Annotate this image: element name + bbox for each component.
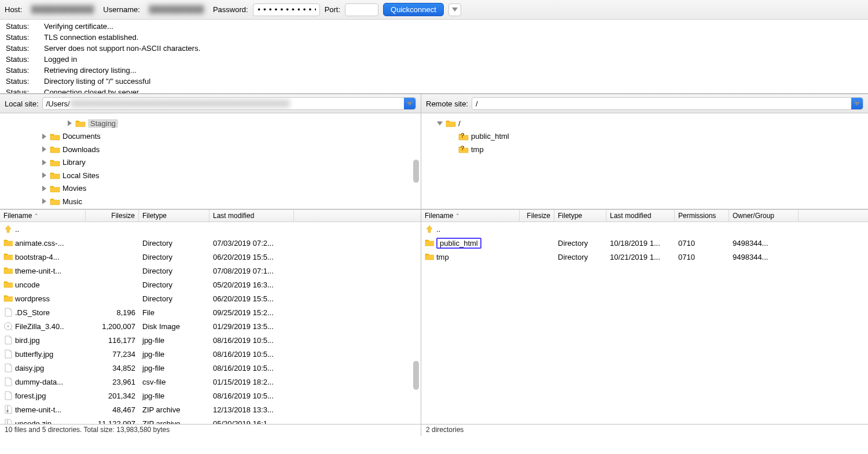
disclosure-triangle-icon[interactable] <box>66 120 73 126</box>
file-row[interactable]: wordpressDirectory06/20/2019 15:5... <box>0 291 421 305</box>
file-row[interactable]: butterfly.jpg77,234jpg-file08/16/2019 10… <box>0 347 421 361</box>
tree-item[interactable]: tmp <box>424 143 866 156</box>
file-row[interactable]: forest.jpg201,342jpg-file08/16/2019 10:5… <box>0 389 421 403</box>
remote-tree-pane: Remote site: / /public_htmltmp <box>421 94 868 209</box>
cell-filesize: 34,852 <box>86 364 139 372</box>
tree-item[interactable]: Music <box>2 195 418 208</box>
tree-item[interactable]: Downloads <box>2 143 418 156</box>
file-row[interactable]: public_htmlDirectory10/18/2019 1...07109… <box>421 236 868 250</box>
tree-item[interactable]: public_html <box>424 130 866 143</box>
combo-arrow-icon[interactable] <box>851 98 863 109</box>
col-permissions[interactable]: Permissions <box>675 210 729 222</box>
username-input[interactable] <box>145 3 208 16</box>
col-filename[interactable]: Filename⌃ <box>0 210 86 222</box>
col-filesize[interactable]: Filesize <box>86 210 139 222</box>
file-row[interactable]: .. <box>421 222 868 236</box>
local-file-list[interactable]: ..animate.css-...Directory07/03/2019 07:… <box>0 222 421 424</box>
local-directory-tree[interactable]: StagingDocumentsDownloadsLibraryLocal Si… <box>0 113 421 209</box>
cell-permissions: 0710 <box>675 253 729 261</box>
quickconnect-toolbar: Host: Username: Password: Port: Quickcon… <box>0 0 868 20</box>
status-bar: 10 files and 5 directories. Total size: … <box>0 425 868 436</box>
cell-filetype: ZIP archive <box>139 405 209 414</box>
cell-filename: animate.css-... <box>0 238 86 248</box>
remote-status: 2 directories <box>421 425 468 436</box>
remote-directory-tree[interactable]: /public_htmltmp <box>421 113 868 209</box>
tree-item[interactable]: Staging <box>2 117 418 130</box>
cell-filetype: Directory <box>139 253 209 261</box>
file-row[interactable]: dummy-data...23,961csv-file01/15/2019 18… <box>0 375 421 389</box>
file-row[interactable]: daisy.jpg34,852jpg-file08/16/2019 10:5..… <box>0 361 421 375</box>
disclosure-triangle-icon[interactable] <box>41 186 47 191</box>
quickconnect-dropdown-button[interactable] <box>448 3 461 16</box>
tree-item-label: Downloads <box>62 145 100 154</box>
remote-columns-header[interactable]: Filename⌃FilesizeFiletypeLast modifiedPe… <box>421 209 868 222</box>
tree-item-label: Movies <box>62 184 86 193</box>
col-filetype[interactable]: Filetype <box>139 210 209 222</box>
tree-item[interactable]: / <box>424 117 866 130</box>
file-row[interactable]: uncode.zip11,122,097ZIP archive05/20/201… <box>0 416 421 424</box>
local-path-combo[interactable]: /Users/ <box>42 97 416 110</box>
disclosure-triangle-icon[interactable] <box>41 134 47 139</box>
col-lastmod[interactable]: Last modified <box>606 210 675 222</box>
disclosure-triangle-icon[interactable] <box>41 172 47 178</box>
file-row[interactable]: theme-unit-t...48,467ZIP archive12/13/20… <box>0 403 421 416</box>
file-row[interactable]: .. <box>0 222 421 236</box>
file-row[interactable]: uncodeDirectory05/20/2019 16:3... <box>0 278 421 291</box>
col-filetype[interactable]: Filetype <box>554 210 606 222</box>
folder-icon <box>3 238 13 248</box>
folder-icon <box>3 252 13 261</box>
tree-item[interactable]: Local Sites <box>2 169 418 182</box>
file-row[interactable]: tmpDirectory10/21/2019 1...07109498344..… <box>421 250 868 264</box>
file-icon <box>3 335 13 345</box>
folder-icon <box>425 252 434 261</box>
local-columns-header[interactable]: Filename⌃FilesizeFiletypeLast modified <box>0 209 421 222</box>
local-site-label: Local site: <box>5 99 39 108</box>
cell-filename: tmp <box>421 252 520 261</box>
cell-filename: theme-unit-t... <box>0 405 86 414</box>
disclosure-triangle-icon[interactable] <box>41 146 47 152</box>
tree-item-label: Documents <box>62 132 101 141</box>
cell-lastmod: 05/20/2019 16:3... <box>209 280 294 289</box>
log-label: Status: <box>6 87 44 94</box>
host-input[interactable] <box>27 3 98 16</box>
cell-lastmod: 08/16/2019 10:5... <box>209 364 294 372</box>
cell-filetype: Directory <box>554 253 606 261</box>
disclosure-triangle-icon[interactable] <box>41 198 47 204</box>
cell-filename: forest.jpg <box>0 391 86 400</box>
file-row[interactable]: animate.css-...Directory07/03/2019 07:2.… <box>0 236 421 250</box>
quickconnect-button[interactable]: Quickconnect <box>383 3 444 16</box>
file-row[interactable]: theme-unit-t...Directory07/08/2019 07:1.… <box>0 264 421 278</box>
cell-lastmod: 06/20/2019 15:5... <box>209 294 294 303</box>
col-filesize[interactable]: Filesize <box>520 210 554 222</box>
col-filename[interactable]: Filename⌃ <box>421 210 520 222</box>
port-input[interactable] <box>345 3 378 16</box>
cell-filename: bird.jpg <box>0 335 86 345</box>
cell-filetype: Directory <box>554 239 606 248</box>
col-lastmod[interactable]: Last modified <box>209 210 294 222</box>
scrollbar-thumb[interactable] <box>413 361 419 390</box>
disclosure-triangle-icon[interactable] <box>436 121 443 126</box>
file-row[interactable]: bird.jpg116,177jpg-file08/16/2019 10:5..… <box>0 333 421 347</box>
folder-icon <box>3 280 13 289</box>
tree-item-label: Library <box>62 158 86 167</box>
tree-item[interactable]: Documents <box>2 130 418 143</box>
up-icon <box>425 224 434 234</box>
tree-item[interactable]: Movies <box>2 182 418 195</box>
disclosure-triangle-icon[interactable] <box>41 160 47 165</box>
log-message: Verifying certificate... <box>44 21 113 31</box>
tree-item[interactable]: Library <box>2 156 418 169</box>
remote-path-combo[interactable]: / <box>472 97 863 110</box>
file-row[interactable]: FileZilla_3.40..1,200,007Disk Image01/29… <box>0 319 421 333</box>
password-input[interactable] <box>253 3 320 16</box>
zip-icon <box>3 405 13 414</box>
scrollbar-thumb[interactable] <box>413 160 419 183</box>
file-row[interactable]: bootstrap-4...Directory06/20/2019 15:5..… <box>0 250 421 264</box>
file-row[interactable]: .DS_Store8,196File09/25/2019 15:2... <box>0 305 421 319</box>
remote-file-list[interactable]: ..public_htmlDirectory10/18/2019 1...071… <box>421 222 868 424</box>
log-message: Logged in <box>44 54 77 64</box>
folder-icon <box>50 171 60 179</box>
cell-filename: theme-unit-t... <box>0 266 86 275</box>
folder-icon <box>446 119 456 127</box>
combo-arrow-icon[interactable] <box>404 98 415 109</box>
col-owner[interactable]: Owner/Group <box>729 210 799 222</box>
